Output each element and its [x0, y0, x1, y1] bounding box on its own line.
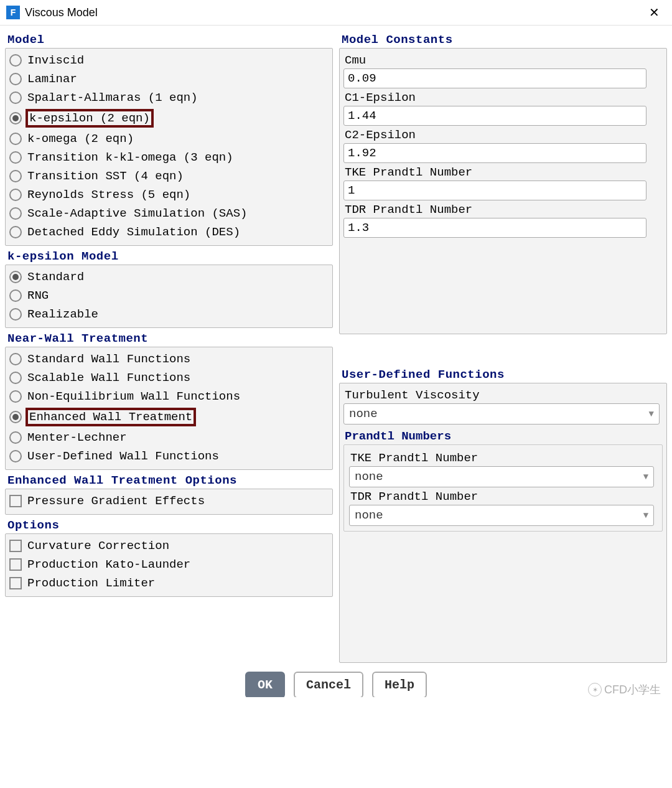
radio-rsm[interactable]: Reynolds Stress (5 eqn) [9, 185, 329, 204]
watermark: ✶ CFD小学生 [0, 682, 672, 697]
prandtl-title: Prandtl Numbers [345, 429, 663, 443]
radio-realizable[interactable]: Realizable [9, 305, 329, 324]
radio-rng[interactable]: RNG [9, 286, 329, 305]
cmu-input[interactable] [343, 68, 646, 88]
ke-model-title: k-epsilon Model [7, 250, 333, 263]
dialog-body: Model Inviscid Laminar Spalart-Allmaras … [0, 26, 672, 697]
radio-k-omega[interactable]: k-omega (2 eqn) [9, 129, 329, 148]
turbvisc-label: Turbulent Viscosity [345, 388, 661, 402]
tdr-udf-select[interactable]: none ▼ [349, 505, 654, 526]
radio-std-wf[interactable]: Standard Wall Functions [9, 350, 329, 368]
radio-trans-sst[interactable]: Transition SST (4 eqn) [9, 167, 329, 185]
options-panel: Curvature Correction Production Kato-Lau… [5, 533, 333, 597]
radio-ewt[interactable]: Enhanced Wall Treatment [9, 406, 329, 428]
radio-des[interactable]: Detached Eddy Simulation (DES) [9, 223, 329, 242]
watermark-text: CFD小学生 [604, 682, 661, 697]
radio-scalable-wf[interactable]: Scalable Wall Functions [9, 368, 329, 387]
window-title: Viscous Model [25, 6, 98, 19]
ke-model-panel: Standard RNG Realizable [5, 265, 333, 328]
tdr-pr-input[interactable] [343, 218, 646, 238]
tdr-udf-value: none [355, 509, 383, 522]
check-curvature[interactable]: Curvature Correction [9, 537, 329, 555]
tdr-pr-label: TDR Prandtl Number [345, 203, 661, 217]
c2eps-input[interactable] [343, 143, 646, 163]
model-panel: Inviscid Laminar Spalart-Allmaras (1 eqn… [5, 48, 333, 246]
constants-title: Model Constants [342, 33, 667, 47]
radio-noneq-wf[interactable]: Non-Equilibrium Wall Functions [9, 387, 329, 406]
c2eps-label: C2-Epsilon [345, 128, 661, 142]
radio-spalart[interactable]: Spalart-Allmaras (1 eqn) [9, 88, 329, 107]
check-kato[interactable]: Production Kato-Launder [9, 555, 329, 574]
radio-k-epsilon[interactable]: k-epsilon (2 eqn) [9, 107, 329, 129]
chevron-down-icon: ▼ [643, 510, 648, 520]
constants-panel: Cmu C1-Epsilon C2-Epsilon TKE Prandtl Nu… [339, 48, 667, 334]
app-icon: F [6, 6, 20, 19]
ewt-options-panel: Pressure Gradient Effects [5, 489, 333, 515]
nearwall-panel: Standard Wall Functions Scalable Wall Fu… [5, 347, 333, 470]
nearwall-title: Near-Wall Treatment [7, 332, 333, 345]
radio-menter[interactable]: Menter-Lechner [9, 428, 329, 447]
c1eps-label: C1-Epsilon [345, 91, 661, 105]
udf-title: User-Defined Functions [342, 368, 667, 382]
turbvisc-value: none [349, 407, 378, 421]
tke-pr-input[interactable] [343, 181, 646, 200]
radio-sas[interactable]: Scale-Adaptive Simulation (SAS) [9, 204, 329, 223]
check-prod-lim[interactable]: Production Limiter [9, 574, 329, 593]
cmu-label: Cmu [345, 54, 661, 67]
tdr-udf-label: TDR Prandtl Number [350, 490, 656, 504]
udf-panel: Turbulent Viscosity none ▼ Prandtl Numbe… [339, 383, 667, 663]
wechat-icon: ✶ [588, 683, 602, 697]
ewt-options-title: Enhanced Wall Treatment Options [7, 474, 333, 487]
radio-udwf[interactable]: User-Defined Wall Functions [9, 447, 329, 466]
chevron-down-icon: ▼ [648, 409, 653, 419]
check-pgd[interactable]: Pressure Gradient Effects [9, 492, 329, 510]
radio-inviscid[interactable]: Inviscid [9, 51, 329, 70]
options-title: Options [7, 518, 333, 532]
radio-laminar[interactable]: Laminar [9, 70, 329, 88]
radio-trans-kkl[interactable]: Transition k-kl-omega (3 eqn) [9, 148, 329, 167]
turbvisc-select[interactable]: none ▼ [343, 403, 660, 424]
tke-udf-select[interactable]: none ▼ [349, 466, 654, 487]
close-button[interactable]: ✕ [643, 4, 666, 21]
prandtl-panel: TKE Prandtl Number none ▼ TDR Prandtl Nu… [343, 444, 663, 532]
tke-udf-value: none [355, 470, 383, 484]
tke-udf-label: TKE Prandtl Number [350, 451, 656, 465]
chevron-down-icon: ▼ [643, 472, 648, 482]
radio-standard[interactable]: Standard [9, 268, 329, 286]
titlebar: F Viscous Model ✕ [0, 0, 672, 26]
tke-pr-label: TKE Prandtl Number [345, 166, 661, 179]
c1eps-input[interactable] [343, 106, 646, 126]
model-title: Model [7, 33, 333, 47]
